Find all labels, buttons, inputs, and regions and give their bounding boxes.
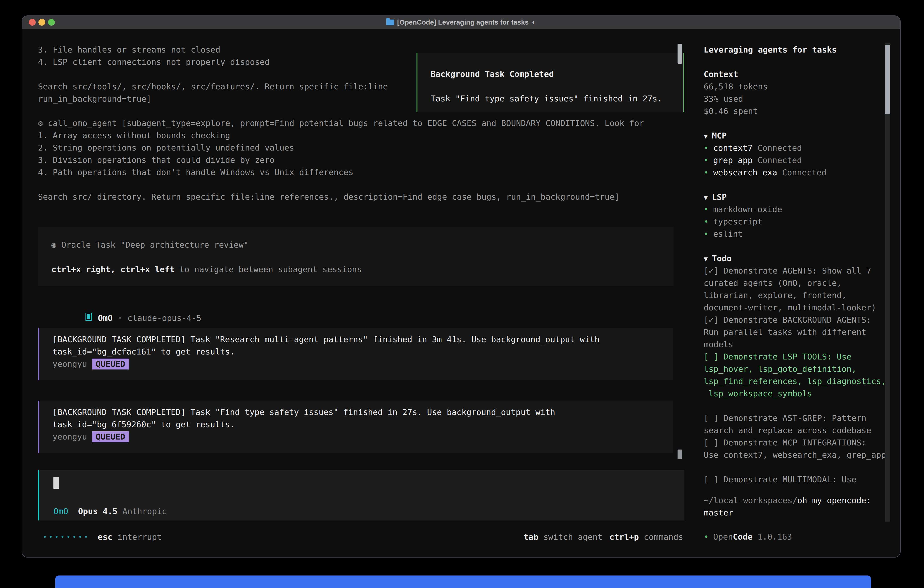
folder-icon [386, 20, 394, 25]
context-spent: $0.46 spent [704, 105, 768, 117]
tool-call-tail: Search src/ directory. Return specific f… [38, 191, 620, 203]
todo-item-done: document-writer, multimodal-looker) [704, 302, 886, 314]
lsp-item: •markdown-oxide [704, 203, 782, 216]
agent-header: OmO · claude-opus-4-5 [46, 300, 201, 312]
input-model-name: Opus 4.5 [78, 507, 117, 516]
message-line: task_id="bg_6f59260c" to get results. [53, 418, 673, 431]
oracle-task-title: ◉ Oracle Task "Deep architecture review" [51, 239, 673, 251]
titlebar[interactable]: [OpenCode] Leveraging agents for tasks ◐ [22, 16, 900, 29]
chevron-down-icon: ▼ [704, 193, 708, 202]
terminal-line: Search src/tools/, src/hooks/, src/featu… [38, 81, 388, 93]
workspace-branch: master [704, 507, 871, 519]
omo-agent-icon [86, 313, 92, 321]
lsp-section-heading[interactable]: ▼LSP [704, 191, 727, 203]
terminal-line: 1. Array access without bounds checking [38, 129, 644, 142]
oracle-icon: ◉ [51, 240, 56, 249]
toast-title: Background Task Completed [431, 68, 683, 80]
background-window-edge[interactable] [55, 575, 871, 588]
message-meta: yeongyuQUEUED [53, 431, 673, 443]
terminal-line: run_in_background=true] [38, 93, 388, 105]
oracle-task-box[interactable]: ◉ Oracle Task "Deep architecture review"… [38, 227, 673, 286]
todo-item-done: librarian, explore, frontend, [704, 289, 886, 302]
sidebar-scrollbar-thumb[interactable] [885, 45, 890, 114]
statusbar-left: •••••••• esc interrupt [43, 531, 162, 543]
mcp-list: •context7 Connected •grep_app Connected … [704, 142, 827, 179]
terminal-line [38, 68, 388, 81]
session-sidebar: Leveraging agents for tasks Context 66,5… [704, 29, 901, 552]
message-line: [BACKGROUND TASK COMPLETED] Task "Resear… [53, 333, 673, 345]
background-task-message[interactable]: [BACKGROUND TASK COMPLETED] Task "Resear… [38, 328, 673, 380]
input-agent-name: OmO [53, 507, 68, 516]
oracle-shortcut-hint: ctrl+x right, ctrl+x left to navigate be… [51, 263, 673, 276]
todo-item-active: [ ] Demonstrate LSP TOOLS: Use [704, 351, 886, 363]
mcp-item: •context7 Connected [704, 142, 827, 154]
text-cursor [53, 477, 59, 489]
tool-call-block: ⚙ call_omo_agent [subagent_type=explore,… [38, 117, 644, 178]
app-version: •OpenCode 1.0.163 [704, 531, 792, 543]
todo-item-active: lsp_hover, lsp_goto_definition, [704, 363, 886, 375]
status-badge: QUEUED [92, 358, 129, 370]
message-line: [BACKGROUND TASK COMPLETED] Task "Find t… [53, 406, 673, 418]
input-provider-name: Anthropic [122, 507, 167, 516]
toast-body: Task "Find type safety issues" finished … [431, 92, 683, 105]
status-dot-icon: • [704, 229, 709, 238]
shortcut-keys: ctrl+x right, ctrl+x left [51, 265, 175, 274]
todo-item-pending: search and replace across codebase [704, 424, 886, 436]
tool-call-line: ⚙ call_omo_agent [subagent_type=explore,… [38, 117, 644, 129]
status-dot-icon: • [704, 143, 709, 153]
status-dot-icon: • [704, 217, 709, 226]
todo-item-active: lsp_find_references, lsp_diagnostics, [704, 375, 886, 387]
main-scrollbar-thumb[interactable] [678, 44, 682, 64]
todo-list: [✓] Demonstrate AGENTS: Show all 7 curat… [704, 265, 886, 486]
lsp-item: •eslint [704, 228, 782, 240]
main-scrollbar-thumb[interactable] [678, 449, 682, 459]
terminal-line: 4. LSP client connections not properly d… [38, 56, 388, 68]
lsp-list: •markdown-oxide •typescript •eslint [704, 203, 782, 240]
gear-icon: ⚙ [38, 119, 43, 128]
workspace-path-line: ~/local-workspaces/oh-my-opencode: [704, 494, 871, 507]
agent-name: OmO [98, 313, 112, 323]
message-line: task_id="bg_dcfac161" to get results. [53, 345, 673, 358]
status-dot-icon: • [704, 205, 709, 214]
background-task-message[interactable]: [BACKGROUND TASK COMPLETED] Task "Find t… [38, 401, 673, 453]
tool-call-text: call_omo_agent [subagent_type=explore, p… [48, 119, 644, 128]
prompt-input[interactable]: OmO Opus 4.5 Anthropic [38, 470, 684, 520]
tab-hint: tab switch agent [524, 531, 602, 543]
separator-dot [112, 313, 117, 323]
todo-section-heading[interactable]: ▼Todo [704, 253, 732, 265]
esc-hint: esc interrupt [98, 531, 162, 543]
status-dot-icon: • [704, 155, 709, 165]
message-author: yeongyu [53, 432, 87, 441]
chevron-down-icon: ▼ [704, 255, 708, 263]
status-badge: QUEUED [92, 431, 129, 442]
message-author: yeongyu [53, 359, 87, 368]
statusbar-right: tab switch agent ctrl+p commands [524, 531, 683, 543]
model-selector-row[interactable]: OmO Opus 4.5 Anthropic [53, 505, 167, 517]
agent-model: claude-opus-4-5 [127, 313, 201, 323]
todo-item-pending: [ ] Demonstrate MULTIMODAL: Use [704, 473, 886, 486]
todo-item-pending: [ ] Demonstrate MCP INTEGRATIONS: [704, 436, 886, 449]
terminal-line: 3. Division operations that could divide… [38, 154, 644, 166]
mcp-section-heading[interactable]: ▼MCP [704, 130, 727, 142]
session-indicator-icon: ◐ [532, 18, 536, 26]
todo-item-done: [✓] Demonstrate AGENTS: Show all 7 [704, 265, 886, 277]
sidebar-scrollbar-track[interactable] [885, 43, 890, 522]
terminal-line: 4. Path operations that don't handle Win… [38, 166, 644, 178]
todo-item-pending: Use context7, websearch_exa, grep_app [704, 449, 886, 461]
todo-item-active: lsp_workspace_symbols [704, 387, 886, 400]
commands-hint: ctrl+p commands [609, 531, 683, 543]
session-title: Leveraging agents for tasks [704, 44, 837, 56]
todo-item-pending: [ ] Demonstrate AST-GREP: Pattern [704, 412, 886, 424]
todo-item-done: [✓] Demonstrate BACKGROUND AGENTS: [704, 314, 886, 326]
todo-item-done: curated agents (OmO, oracle, [704, 277, 886, 289]
context-tokens: 66,518 tokens [704, 81, 768, 93]
context-used: 33% used [704, 93, 768, 105]
terminal-output-top: 3. File handles or streams not closed 4.… [38, 44, 388, 105]
mcp-item: •websearch_exa Connected [704, 167, 827, 179]
status-dot-icon: • [704, 532, 709, 542]
terminal-content: 3. File handles or streams not closed 4.… [22, 29, 900, 557]
window-title: [OpenCode] Leveraging agents for tasks ◐ [22, 16, 900, 29]
message-meta: yeongyuQUEUED [53, 358, 673, 370]
workspace-path: ~/local-workspaces/oh-my-opencode: maste… [704, 494, 871, 519]
background-task-toast[interactable]: Background Task Completed Task "Find typ… [416, 53, 684, 112]
